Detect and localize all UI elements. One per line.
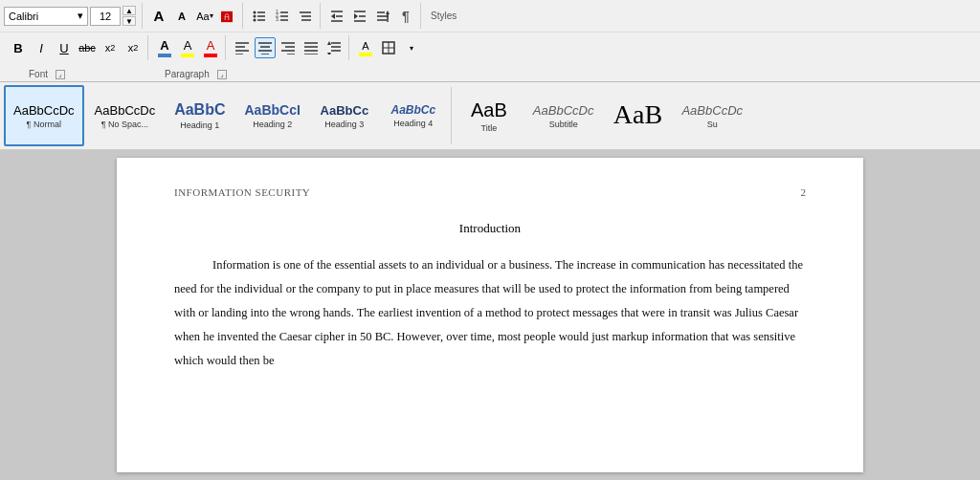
font-size-box[interactable]: 12 xyxy=(90,7,121,26)
font-size-steppers: ▲ ▼ xyxy=(122,6,136,26)
font-size-down-btn[interactable]: ▼ xyxy=(122,16,136,26)
style-h2-preview: AaBbCcI xyxy=(245,102,301,118)
style-normal-label: ¶ Normal xyxy=(27,120,61,129)
font-size-section: A A Aa▾ 🅰 xyxy=(145,3,243,29)
svg-text:🅰: 🅰 xyxy=(221,11,233,23)
toolbar-row1: Calibri ▾ 12 ▲ ▼ A A Aa▾ 🅰 xyxy=(0,0,980,33)
font-color-btn[interactable]: A xyxy=(154,38,175,57)
svg-point-1 xyxy=(254,11,256,13)
font-name-dropdown-icon[interactable]: ▾ xyxy=(78,10,83,22)
grow-font-btn[interactable]: A xyxy=(148,6,169,27)
doc-header-text: INFORMATION SECURITY xyxy=(174,186,310,198)
decrease-indent-btn[interactable] xyxy=(326,6,347,27)
text-color-section: A A A xyxy=(150,35,226,60)
font-section-label: Font xyxy=(29,69,48,79)
main-area: INFORMATION SECURITY 2 Introduction Info… xyxy=(0,150,980,480)
svg-marker-27 xyxy=(386,11,390,14)
style-heading2[interactable]: AaBbCcI Heading 2 xyxy=(236,85,309,146)
superscript-btn[interactable]: x2 xyxy=(122,37,144,58)
document-page[interactable]: INFORMATION SECURITY 2 Introduction Info… xyxy=(117,158,863,472)
line-spacing-btn[interactable] xyxy=(323,37,345,58)
styles-divider xyxy=(451,87,452,144)
format-section: B I U abc x2 x2 xyxy=(4,35,148,60)
style-nospace-label: ¶ No Spac... xyxy=(101,120,148,129)
list-section: 1.2.3. xyxy=(245,3,321,29)
style-subtitle[interactable]: AaBbCcDc Subtitle xyxy=(524,85,603,146)
style-normal-preview: AaBbCcDc xyxy=(13,103,75,118)
svg-marker-48 xyxy=(327,41,331,45)
indent-section: ¶ xyxy=(323,3,421,29)
font-name-box[interactable]: Calibri ▾ xyxy=(4,7,88,26)
font-controls: Calibri ▾ 12 ▲ ▼ xyxy=(4,3,143,29)
clear-formatting-btn[interactable]: 🅰 xyxy=(217,6,238,27)
align-left-btn[interactable] xyxy=(232,37,253,58)
style-h2-label: Heading 2 xyxy=(253,120,292,129)
alignment-section xyxy=(228,35,349,60)
svg-point-5 xyxy=(254,18,256,21)
numbered-list-btn[interactable]: 1.2.3. xyxy=(272,6,293,27)
style-heading1[interactable]: AaBbC Heading 1 xyxy=(166,85,234,146)
toolbar: Calibri ▾ 12 ▲ ▼ A A Aa▾ 🅰 xyxy=(0,0,980,150)
show-paragraph-btn[interactable]: ¶ xyxy=(395,6,416,27)
doc-page-number: 2 xyxy=(801,186,807,198)
increase-indent-btn[interactable] xyxy=(349,6,370,27)
style-heading3[interactable]: AaBbCc Heading 3 xyxy=(311,85,378,146)
style-subtitle-preview: AaBbCcDc xyxy=(533,103,594,118)
style-subtitle-label: Subtitle xyxy=(549,120,578,129)
bold-btn[interactable]: B xyxy=(8,37,29,58)
style-no-spacing[interactable]: AaBbCcDc ¶ No Spac... xyxy=(86,85,165,146)
style-h4-preview: AaBbCc xyxy=(391,103,436,117)
style-h1-preview: AaBbC xyxy=(174,101,225,119)
subscript-btn[interactable]: x2 xyxy=(100,37,121,58)
style-su-preview: AaBbCcDc xyxy=(681,103,743,118)
borders-btn[interactable] xyxy=(378,37,399,58)
outline-btn[interactable] xyxy=(295,6,316,27)
style-title-label: Title xyxy=(481,123,498,133)
doc-header: INFORMATION SECURITY 2 xyxy=(174,186,806,198)
style-aab[interactable]: AaB xyxy=(604,85,671,146)
doc-paragraph1: Information is one of the essential asse… xyxy=(174,253,806,373)
paragraph-section-label-area: Paragraph ⌟ xyxy=(153,67,238,81)
bullets-btn[interactable] xyxy=(249,6,270,27)
svg-marker-21 xyxy=(354,13,358,19)
style-heading4[interactable]: AaBbCc Heading 4 xyxy=(380,85,447,146)
svg-marker-49 xyxy=(327,53,331,55)
style-h3-label: Heading 3 xyxy=(324,120,364,129)
paragraph-expander-btn[interactable]: ⌟ xyxy=(217,70,227,79)
section-labels-bar: Font ⌟ Paragraph ⌟ xyxy=(0,63,980,82)
style-su[interactable]: AaBbCcDc Su xyxy=(673,85,751,146)
text-shading-btn[interactable]: A xyxy=(200,38,221,57)
style-h1-label: Heading 1 xyxy=(180,120,219,130)
svg-marker-17 xyxy=(331,13,335,19)
underline-btn[interactable]: U xyxy=(54,37,75,58)
borders-dropdown-btn[interactable]: ▾ xyxy=(401,37,422,58)
sort-btn[interactable] xyxy=(372,6,393,27)
shrink-font-btn[interactable]: A xyxy=(171,6,192,27)
style-h3-preview: AaBbCc xyxy=(321,103,369,118)
shading-borders-section: A ▾ xyxy=(351,35,426,60)
align-right-btn[interactable] xyxy=(278,37,299,58)
font-name-label: Calibri xyxy=(9,11,38,22)
strikethrough-btn[interactable]: abc xyxy=(77,37,98,58)
font-expander-btn[interactable]: ⌟ xyxy=(56,70,65,79)
style-normal[interactable]: AaBbCcDc ¶ Normal xyxy=(4,85,84,146)
font-size-up-btn[interactable]: ▲ xyxy=(122,6,136,15)
style-title[interactable]: AaB Title xyxy=(456,85,523,146)
styles-row: AaBbCcDc ¶ Normal AaBbCcDc ¶ No Spac... … xyxy=(0,82,980,149)
case-btn[interactable]: Aa▾ xyxy=(194,6,215,27)
svg-text:3.: 3. xyxy=(276,16,279,22)
style-aab-preview: AaB xyxy=(613,99,662,130)
style-nospace-preview: AaBbCcDc xyxy=(95,103,156,118)
align-center-btn[interactable] xyxy=(255,37,276,58)
italic-btn[interactable]: I xyxy=(31,37,52,58)
paragraph-shading-btn[interactable]: A xyxy=(355,40,376,56)
style-h4-label: Heading 4 xyxy=(393,119,433,128)
style-title-preview: AaB xyxy=(471,99,507,121)
doc-intro-heading: Introduction xyxy=(174,221,806,236)
font-section-label-area: Font ⌟ xyxy=(17,67,77,81)
font-size-value: 12 xyxy=(100,11,111,22)
highlight-color-btn[interactable]: A xyxy=(177,38,198,57)
toolbar-row2: B I U abc x2 x2 A A A xyxy=(0,33,980,63)
justify-btn[interactable] xyxy=(301,37,322,58)
styles-section-label: Styles xyxy=(423,11,457,21)
